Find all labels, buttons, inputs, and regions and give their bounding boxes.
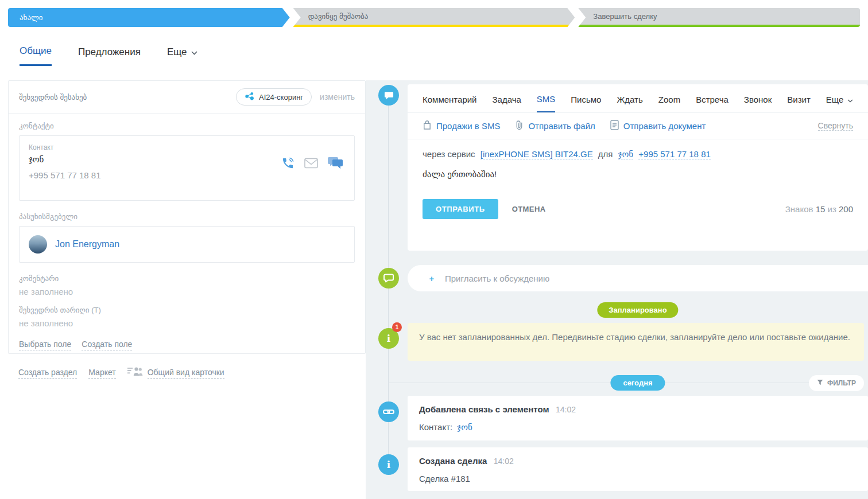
sms-service-line: через сервис [inexPHONE SMS] BIT24.GE дл…	[408, 139, 868, 159]
create-section-link[interactable]: Создать раздел	[18, 367, 77, 379]
tab-visit[interactable]: Визит	[787, 94, 811, 112]
tab-sms[interactable]: SMS	[537, 94, 556, 112]
sms-message-input[interactable]: ძალა ერთობაშია!	[408, 159, 868, 199]
card-settings-row: Создать раздел Маркет Общий вид карточки	[18, 367, 224, 379]
timeline-entry-link-added[interactable]: Добавлена связь с элементом 14:02 Контак…	[408, 396, 868, 440]
entry-title: Создана сделка	[419, 456, 487, 466]
send-button[interactable]: ОТПРАВИТЬ	[423, 199, 498, 219]
edit-link[interactable]: изменить	[320, 92, 355, 102]
entry-time: 14:02	[494, 457, 514, 466]
sms-recipient-phone-link[interactable]: +995 571 77 18 81	[638, 149, 711, 159]
chat-icon[interactable]	[328, 157, 343, 169]
entry-time: 14:02	[556, 405, 576, 414]
envelope-icon[interactable]	[304, 158, 318, 169]
sms-actions-row: Продажи в SMS Отправить файл Отправить д…	[408, 113, 868, 139]
responsible-field[interactable]: Jon Energyman	[19, 226, 355, 263]
planned-badge: Запланировано	[597, 302, 678, 318]
info-icon: i	[378, 454, 399, 475]
card-view-link[interactable]: Общий вид карточки	[148, 367, 224, 379]
timeline-entry-deal-created[interactable]: Создана сделка 14:02 Сделка #181	[408, 447, 868, 491]
send-file-link[interactable]: Отправить файл	[515, 120, 595, 132]
tab-more[interactable]: Еще	[167, 45, 198, 66]
stage-label: Завершить сделку	[578, 12, 657, 21]
sales-sms-link[interactable]: Продажи в SMS	[423, 120, 500, 132]
tab-task[interactable]: Задача	[492, 94, 521, 112]
collapse-link[interactable]: Свернуть	[818, 121, 853, 131]
sms-composer-card: Комментарий Задача SMS Письмо Ждать Zoom…	[408, 84, 868, 251]
tab-email[interactable]: Письмо	[571, 94, 601, 112]
deal-details-card: შეხვედრის შესახებ AI24-скоринг изменить …	[8, 80, 366, 354]
create-field-link[interactable]: Создать поле	[82, 338, 132, 350]
char-count-max: 200	[839, 204, 853, 214]
contact-field-label: Контакт	[29, 143, 345, 151]
tab-more-timeline[interactable]: Еще	[826, 94, 854, 112]
details-card-body: კონტაქტი Контакт ჯონ +995 571 77 18 81 პ…	[9, 114, 365, 350]
entry-body: Контакт: ჯონ	[419, 422, 857, 432]
no-planned-tasks-notice: У вас нет запланированных дел. Передвинь…	[408, 323, 864, 361]
sms-recipient-name-link[interactable]: ჯონ	[618, 149, 633, 159]
ai24-scoring-button[interactable]: AI24-скоринг	[236, 88, 312, 106]
entry-author-avatar	[843, 403, 858, 418]
details-card-header: შეხვედრის შესახებ AI24-скоринг изменить	[9, 81, 365, 114]
speech-bubble-icon	[378, 85, 399, 106]
plus-icon[interactable]: +	[426, 272, 437, 284]
send-document-link[interactable]: Отправить документ	[610, 120, 706, 132]
contact-field[interactable]: Контакт ჯონ +995 571 77 18 81	[19, 135, 355, 201]
filter-button[interactable]: ФИЛЬТР	[809, 375, 864, 391]
char-counter: Знаков 15 из 200	[785, 204, 853, 214]
sms-buttons-row: ОТПРАВИТЬ ОТМЕНА Знаков 15 из 200	[408, 199, 868, 219]
invite-discussion-text: Пригласить к обсуждению	[445, 274, 549, 283]
stage-label: ახალი	[8, 13, 43, 22]
today-badge[interactable]: сегодня	[610, 375, 665, 391]
stage-new[interactable]: ახალი	[8, 8, 290, 27]
avatar	[29, 235, 47, 254]
deal-stage-bar: ახალი დავიწყე მუშაობა Завершить сделку	[8, 8, 860, 27]
entry-title: Добавлена связь с элементом	[419, 404, 549, 414]
timeline-tabs: Комментарий Задача SMS Письмо Ждать Zoom…	[408, 84, 868, 113]
entry-contact-link[interactable]: ჯონ	[457, 422, 472, 432]
tab-meeting[interactable]: Встреча	[696, 94, 728, 112]
entry-title-row: Добавлена связь с элементом 14:02	[419, 404, 857, 415]
chevron-down-icon	[847, 95, 853, 104]
chat-outline-icon	[378, 268, 399, 289]
section-title: შეხვედრის შესახებ	[19, 93, 236, 102]
tab-call[interactable]: Звонок	[744, 94, 772, 112]
stage-label: დავიწყე მუშაობა	[293, 12, 369, 21]
cancel-button[interactable]: ОТМЕНА	[512, 205, 546, 213]
stage-in-progress[interactable]: დავიწყე მუშაობა	[293, 8, 575, 27]
notification-badge: 1	[392, 322, 402, 332]
contact-quick-actions	[281, 157, 343, 170]
link-icon	[378, 401, 399, 422]
select-field-link[interactable]: Выбрать поле	[19, 338, 71, 350]
comment-label: კომენტარი	[19, 274, 355, 283]
date-label: შეხვედრის თარიღი (Т)	[19, 306, 355, 314]
date-value[interactable]: не заполнено	[19, 318, 355, 328]
timeline-region: Комментарий Задача SMS Письмо Ждать Zoom…	[366, 80, 868, 499]
chevron-down-icon	[191, 46, 197, 58]
stage-close-deal[interactable]: Завершить сделку	[578, 8, 860, 27]
comment-value[interactable]: не заполнено	[19, 287, 355, 297]
char-count-current: 15	[816, 204, 826, 214]
tab-general[interactable]: Общие	[20, 45, 52, 66]
document-icon	[610, 120, 619, 132]
responsible-name[interactable]: Jon Energyman	[55, 239, 119, 250]
page-tabs: Общие Предложения Еще	[20, 45, 197, 66]
details-card-footer: Выбрать поле Создать поле Удалить раздел	[19, 338, 355, 350]
invite-avatar-group: +	[413, 269, 439, 287]
molecule-icon	[245, 92, 254, 102]
phone-icon[interactable]	[281, 157, 294, 170]
invite-discussion-bar[interactable]: + Пригласить к обсуждению	[408, 265, 868, 291]
tab-wait[interactable]: Ждать	[617, 94, 642, 112]
people-icon	[127, 367, 143, 379]
tab-offers[interactable]: Предложения	[78, 45, 141, 66]
paperclip-icon	[515, 120, 524, 132]
funnel-icon	[817, 379, 823, 387]
entry-body: Сделка #181	[419, 474, 857, 484]
sms-service-link[interactable]: [inexPHONE SMS] BIT24.GE	[480, 149, 593, 159]
tab-comment[interactable]: Комментарий	[423, 94, 476, 112]
contact-phone: +995 571 77 18 81	[29, 170, 345, 180]
market-link[interactable]: Маркет	[88, 367, 115, 379]
entry-author-avatar	[843, 455, 858, 470]
tab-zoom[interactable]: Zoom	[658, 94, 680, 112]
bag-icon	[423, 120, 432, 132]
